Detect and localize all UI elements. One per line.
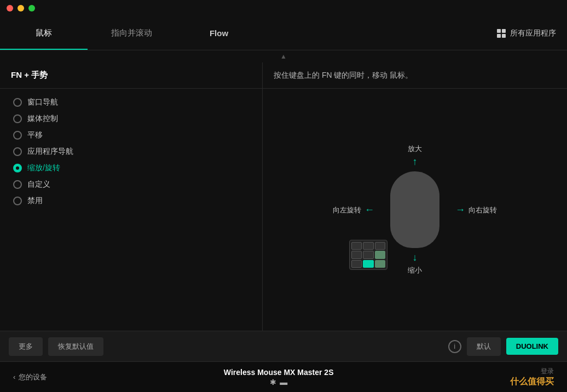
device-center: Wireless Mouse MX Master 2S ✱ ▬	[47, 368, 510, 387]
option-media[interactable]: 媒体控制	[13, 114, 249, 124]
window-controls[interactable]	[7, 5, 35, 11]
radio-custom[interactable]	[13, 180, 22, 189]
mouse-diagram: 放大 ↑ ↓ 缩小 向左旋转 ← 向右旋转 →	[327, 139, 502, 281]
scroll-indicator: ▲	[0, 50, 567, 62]
minimize-button[interactable]	[18, 5, 24, 11]
tab-mouse[interactable]: 鼠标	[0, 16, 88, 50]
key-1	[351, 242, 362, 250]
option-pan[interactable]: 平移	[13, 130, 249, 140]
key-3	[375, 242, 385, 250]
radio-media[interactable]	[13, 114, 22, 123]
footer-right: 登录 什么值得买	[510, 367, 554, 388]
options-panel: 窗口导航 媒体控制 平移 应用程序导航 缩放/旋转 自定义	[0, 89, 263, 331]
arrow-down-icon: ↓	[413, 252, 418, 263]
option-app-nav[interactable]: 应用程序导航	[13, 147, 249, 157]
device-icons: ✱ ▬	[47, 378, 510, 387]
brand-area: 登录 什么值得买	[510, 367, 554, 388]
info-icon[interactable]: i	[448, 340, 461, 353]
duolink-button[interactable]: DUOLINK	[506, 338, 558, 355]
options-preview: 窗口导航 媒体控制 平移 应用程序导航 缩放/旋转 自定义	[0, 89, 567, 331]
section-header: FN + 手势 按住键盘上的 FN 键的同时，移动 鼠标。	[0, 62, 567, 89]
close-button[interactable]	[7, 5, 13, 11]
back-arrow-icon: ‹	[13, 373, 15, 381]
reset-button[interactable]: 恢复默认值	[48, 337, 103, 356]
footer: ‹ 您的设备 Wireless Mouse MX Master 2S ✱ ▬ 登…	[0, 361, 567, 392]
arrow-up-icon: ↑	[413, 156, 418, 168]
back-button[interactable]: ‹ 您的设备	[13, 372, 47, 382]
key-2	[363, 242, 373, 250]
device-name: Wireless Mouse MX Master 2S	[47, 368, 510, 377]
nav-tabs: 鼠标 指向并滚动 Flow 所有应用程序	[0, 16, 567, 50]
radio-window-nav[interactable]	[13, 98, 22, 107]
arrow-right-icon: →	[455, 204, 465, 216]
section-description: 按住键盘上的 FN 键的同时，移动 鼠标。	[263, 62, 567, 88]
title-bar	[0, 0, 567, 16]
dir-down-label: ↓ 缩小	[408, 252, 422, 275]
radio-app-nav[interactable]	[13, 147, 22, 156]
bluetooth-icon: ✱	[270, 378, 276, 387]
mouse-body	[390, 171, 439, 248]
preview-panel: 放大 ↑ ↓ 缩小 向左旋转 ← 向右旋转 →	[263, 89, 567, 331]
radio-zoom-rotate[interactable]	[13, 164, 22, 172]
tab-flow[interactable]: Flow	[175, 16, 263, 50]
dir-left-label: 向左旋转 ←	[333, 204, 374, 216]
default-button[interactable]: 默认	[467, 337, 501, 356]
tab-gesture[interactable]: 指向并滚动	[88, 16, 175, 50]
bottom-toolbar: 更多 恢复默认值 i 默认 DUOLINK	[0, 331, 567, 361]
key-7	[351, 260, 362, 268]
radio-disabled[interactable]	[13, 197, 22, 205]
key-9	[375, 260, 385, 268]
section-title: FN + 手势	[0, 62, 263, 88]
main-content: ▲ FN + 手势 按住键盘上的 FN 键的同时，移动 鼠标。 窗口导航 媒体控…	[0, 50, 567, 331]
option-disabled[interactable]: 禁用	[13, 196, 249, 206]
key-6	[375, 251, 385, 258]
dir-right-label: 向右旋转 →	[455, 204, 497, 216]
key-4	[351, 251, 362, 258]
battery-icon: ▬	[280, 378, 287, 387]
all-apps-button[interactable]: 所有应用程序	[497, 16, 567, 50]
key-5	[363, 251, 373, 258]
maximize-button[interactable]	[28, 5, 35, 11]
brand-logo: 什么值得买	[510, 376, 554, 388]
option-custom[interactable]: 自定义	[13, 180, 249, 189]
radio-pan[interactable]	[13, 131, 22, 140]
keyboard-thumbnail	[349, 240, 387, 270]
option-window-nav[interactable]: 窗口导航	[13, 97, 249, 107]
option-zoom-rotate[interactable]: 缩放/旋转	[13, 163, 249, 173]
arrow-left-icon: ←	[364, 204, 374, 216]
more-button[interactable]: 更多	[9, 337, 43, 356]
dir-up-label: 放大 ↑	[408, 144, 422, 168]
grid-icon	[497, 29, 506, 38]
key-fn	[363, 260, 373, 268]
